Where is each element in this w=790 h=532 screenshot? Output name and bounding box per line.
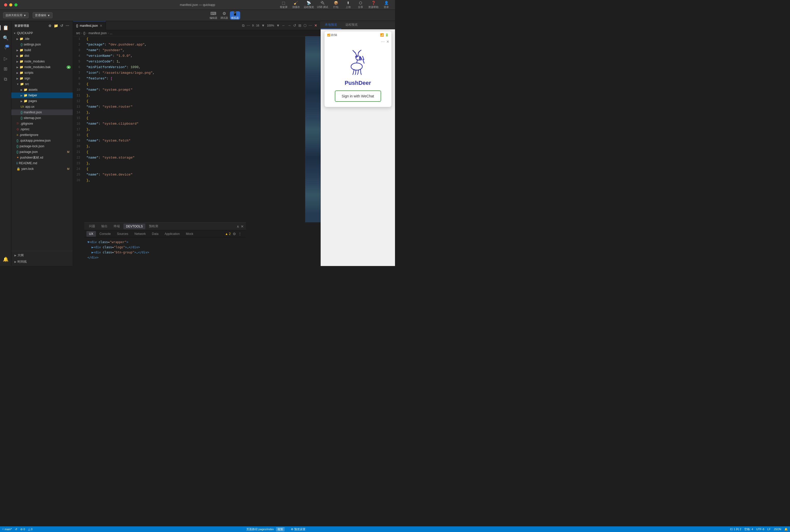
remote-preview-btn[interactable]: 📡 远程预览 [304,1,314,9]
split-editor-btn[interactable]: ⧉ [242,23,244,28]
tree-sitemap-json[interactable]: {} sitemap.json [11,115,73,121]
editor-mode-selector[interactable]: 普通编辑 ▼ [33,12,53,18]
tree-readme[interactable]: ℹ README.md [11,160,73,166]
tree-pages[interactable]: ▶ 📁 pages [11,98,73,104]
nav-forward-btn[interactable]: → [288,23,291,27]
tree-yarn-lock[interactable]: 🔒 yarn.lock M [11,166,73,172]
more-actions-btn[interactable]: ⋯ [309,23,312,27]
tree-manifest-json[interactable]: {} manifest.json [11,110,73,115]
timeline-section[interactable]: ▶ 时间线 [11,259,73,265]
maximize-button[interactable] [14,3,18,6]
local-preview-tab[interactable]: 本地预览 [321,21,341,29]
collapse-btn[interactable]: ⋯ [65,23,70,28]
panel-tab-output[interactable]: 输出 [99,223,110,229]
activity-git[interactable]: ⑂ 5K [1,44,10,53]
devtools-tab-network[interactable]: Network [132,231,148,237]
devtools-tab-data[interactable]: Data [149,231,161,237]
share-btn[interactable]: ⬡ 分享 [356,1,365,9]
minimize-button[interactable] [9,3,12,6]
panel-tab-devtools[interactable]: DEVTOOLS [124,224,145,229]
refresh-btn[interactable]: ↺ [60,23,64,28]
phone-close-btn[interactable]: ✕ [386,40,389,44]
tree-package-lock[interactable]: {} package-lock.json [11,144,73,149]
new-file-btn[interactable]: ⊕ [48,23,52,28]
activity-explorer[interactable]: 📋 [1,23,10,32]
tree-npmrc[interactable]: ⊙ .npmrc [11,127,73,132]
new-folder-btn[interactable]: 📁 [53,23,59,28]
clear-cache-btn[interactable]: 🧹 清缓存 [291,1,301,9]
tab-close-btn[interactable]: ✕ [99,24,103,28]
devtools-tab-ux[interactable]: UX [87,231,96,237]
src-folder-icon: 📁 [20,82,24,86]
manifest-json-tab[interactable]: {} manifest.json ✕ [73,21,106,30]
grid-btn[interactable]: ⊞ [298,23,301,27]
app-selector[interactable]: 选择关联应用 ▼ [3,12,29,18]
tree-gitignore[interactable]: ⚐ .gitignore [11,121,73,127]
tree-quickapp-preview[interactable]: {} .quickapp.preview.json [11,138,73,144]
tree-dist[interactable]: ▶ 📁 dist [11,53,73,59]
line-5: 5 [73,59,82,64]
activity-search[interactable]: 🔍 [1,33,10,43]
devtools-more-btn[interactable]: ⋮ [238,232,242,236]
tree-settings-json[interactable]: {} settings.json [11,42,73,47]
activity-layers[interactable]: ⧉ [1,75,10,84]
nav-back-btn[interactable]: ← [282,23,286,27]
tree-scripts[interactable]: ▶ 📁 scripts [11,70,73,76]
remote-preview-tab[interactable]: 远程预览 [341,21,362,29]
breadcrumb-manifest[interactable]: manifest.json [89,31,107,35]
breadcrumb-src[interactable]: src [76,31,80,35]
login-btn[interactable]: 👤 登录 [382,1,391,9]
devtools-tab-sources[interactable]: Sources [114,231,131,237]
tree-helper[interactable]: ▶ 📁 helper [11,93,73,98]
tree-app-ux[interactable]: UX app.ux [11,104,73,110]
more-tabs-btn[interactable]: ⋯ [246,23,250,27]
breadcrumb-more[interactable]: ... [110,31,112,35]
skeleton-btn[interactable]: ⬚ 骨架屏 [279,1,288,9]
tree-src[interactable]: ▼ 📁 src [11,81,73,87]
wechat-signin-btn[interactable]: Sign in with WeChat [335,91,381,102]
panel-tab-inspect[interactable]: 预检测 [146,223,161,229]
debugger-btn[interactable]: ⚙ 调试器 [219,11,229,20]
cursor-settings-btn[interactable]: ▼ [261,23,265,27]
code-editor-btn[interactable]: ⌨ 编辑器 [208,11,219,20]
activity-debug[interactable]: ▷ [1,54,10,63]
devtools-tab-console[interactable]: Console [97,231,113,237]
readme-label: README.md [19,162,37,165]
code-content[interactable]: { "package": "dev.pushdeer.app", "name":… [84,36,305,222]
tree-prettierignore[interactable]: ≡ .prettierignore [11,132,73,138]
usb-debug-btn[interactable]: 🔌 USB 调试 [317,1,328,9]
tree-assets[interactable]: ▶ 📁 assets [11,87,73,93]
close-panel-btn[interactable]: ✕ [314,23,317,27]
upload-btn[interactable]: ⬆ 上传 [344,1,353,9]
tree-pushdeer-xd[interactable]: ✦ pushdeer素材.xd [11,155,73,160]
help-btn[interactable]: ❓ 资源帮助 [368,1,379,9]
zoom-btn[interactable]: ▼ [276,23,280,27]
phone-more-btn[interactable]: ⋯ [381,40,385,44]
code-line-10: "name": "system.prompt" [87,87,305,93]
battery-icon: 🔋 [385,33,389,37]
tree-build[interactable]: ▶ 📁 build [11,47,73,53]
devtools-tab-application[interactable]: Application [162,231,182,237]
tree-sign[interactable]: ▶ 📁 sign [11,76,73,81]
tree-node-modules-bak[interactable]: ▶ 📁 node_modules.bak ● [11,64,73,70]
tree-package-json[interactable]: {} package.json M [11,149,73,155]
code-line-1: { [87,36,305,42]
panel-tab-terminal[interactable]: 终端 [111,223,123,229]
breadcrumb-json[interactable]: {} [83,31,85,35]
simulator-btn[interactable]: 📱 模拟器 [230,11,240,20]
panel-minimize-btn[interactable]: ∧ [237,224,239,228]
activity-notifications[interactable]: 🔔 [1,255,10,264]
close-button[interactable] [4,3,7,6]
outline-section[interactable]: ▶ 大纲 [11,252,73,259]
panel-close-btn[interactable]: ✕ [241,224,244,228]
tree-ide[interactable]: ▶ 📁 .ide [11,36,73,42]
build-btn[interactable]: 📦 打包 [331,1,341,9]
tree-root[interactable]: ▼ QUICKAPP [11,30,73,36]
layout-btn[interactable]: ⬡ [304,23,307,27]
activity-extensions[interactable]: ⊞ [1,64,10,74]
panel-tab-problems[interactable]: 问题 [87,223,98,229]
devtools-tab-mock[interactable]: Mock [183,231,196,237]
devtools-settings-btn[interactable]: ⚙ [233,232,236,236]
refresh-editor-btn[interactable]: ↺ [293,23,296,27]
tree-node-modules[interactable]: ▶ 📁 node_modules [11,59,73,64]
